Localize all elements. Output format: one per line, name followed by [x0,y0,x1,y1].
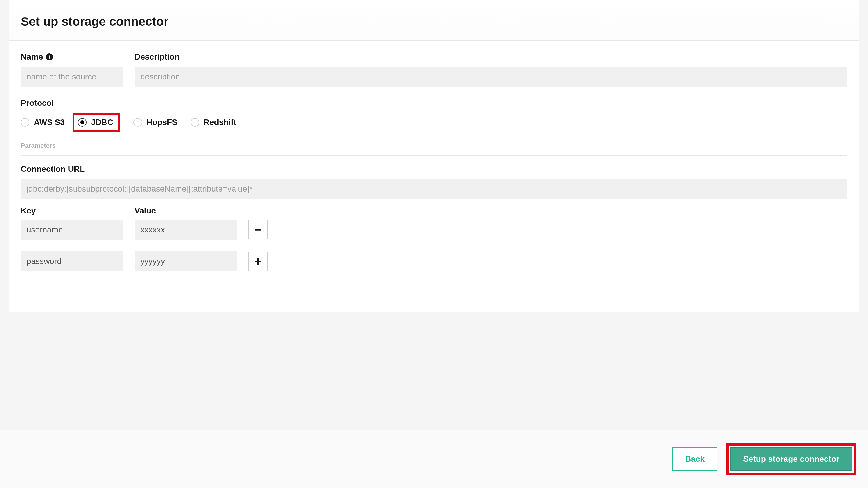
radio-circle-icon [78,118,87,127]
radio-redshift[interactable]: Redshift [190,118,236,127]
kv-row: + [21,252,847,271]
parameters-section: Connection URL Key Value − + [21,155,847,271]
protocol-section: Protocol AWS S3 JDBC HopsFS [21,98,847,132]
name-label: Name i [21,52,123,62]
key-column-header: Key [21,206,123,216]
value-input-0[interactable] [134,220,237,240]
radio-circle-icon [190,118,199,127]
connection-url-label: Connection URL [21,165,847,174]
info-icon[interactable]: i [46,53,53,60]
radio-aws-s3[interactable]: AWS S3 [21,118,65,127]
card-header: Set up storage connector [9,0,859,40]
value-column-header: Value [134,206,237,216]
card-body: Name i Description Protocol AWS S3 [9,40,859,312]
name-description-row: Name i Description [21,52,847,87]
protocol-radio-row: AWS S3 JDBC HopsFS Redshift [21,113,847,132]
radio-circle-icon [133,118,142,127]
remove-row-button[interactable]: − [248,220,268,239]
connection-url-group: Connection URL [21,165,847,199]
page-title: Set up storage connector [21,15,847,29]
add-row-button[interactable]: + [248,252,268,271]
key-input-1[interactable] [21,252,123,271]
radio-circle-icon [21,118,29,127]
kv-header-row: Key Value [21,206,847,216]
name-input[interactable] [21,67,123,87]
description-label: Description [134,52,847,62]
setup-card: Set up storage connector Name i Descript… [9,0,859,313]
key-input-0[interactable] [21,220,123,240]
description-group: Description [134,52,847,87]
kv-row: − [21,220,847,240]
name-group: Name i [21,52,123,87]
parameters-section-label: Parameters [21,142,56,149]
radio-jdbc[interactable]: JDBC [73,113,120,132]
radio-hopsfs[interactable]: HopsFS [133,118,177,127]
protocol-label: Protocol [21,98,847,108]
value-input-1[interactable] [134,252,237,271]
connection-url-input[interactable] [21,179,847,199]
minus-icon: − [254,223,262,236]
plus-icon: + [254,255,262,268]
description-input[interactable] [134,67,847,87]
